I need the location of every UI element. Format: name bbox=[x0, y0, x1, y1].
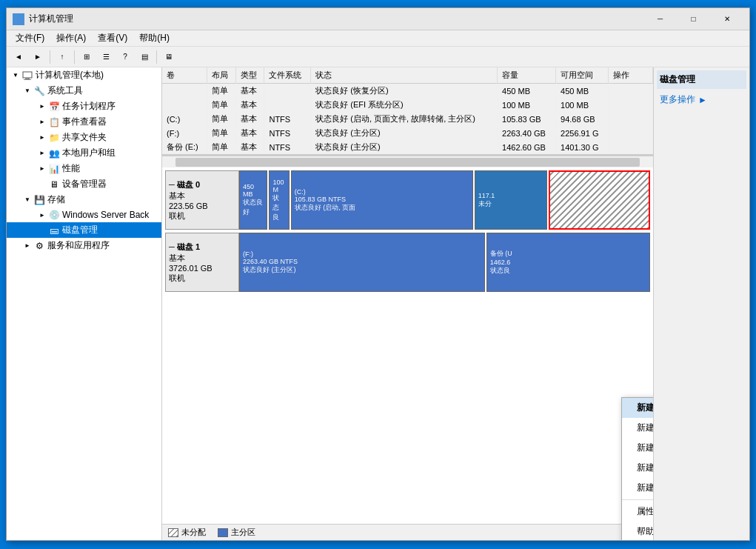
cell-fs: NTFS bbox=[264, 126, 311, 140]
sidebar-storage[interactable]: ▼ 💾 存储 bbox=[7, 192, 161, 207]
col-vol[interactable]: 卷 bbox=[162, 67, 207, 84]
ctx-new-simple[interactable]: 新建简单卷(I)... bbox=[622, 398, 653, 418]
sidebar-disk-label: 磁盘管理 bbox=[62, 224, 98, 236]
col-free[interactable]: 可用空间 bbox=[556, 67, 609, 84]
ctx-help[interactable]: 帮助(H) bbox=[622, 522, 653, 540]
disk1-part1[interactable]: (F:) 2263.40 GB NTFS 状态良好 (主分区) bbox=[239, 233, 485, 292]
disk0-part2[interactable]: 100 M 状态良 bbox=[269, 170, 289, 230]
cell-type: 基本 bbox=[235, 98, 264, 112]
legend-unalloc-box bbox=[168, 528, 178, 537]
col-layout[interactable]: 布局 bbox=[207, 67, 236, 84]
expander-sys: ▼ bbox=[21, 85, 33, 97]
disk0-status: 联机 bbox=[169, 210, 235, 222]
toolbar-help[interactable]: ? bbox=[116, 49, 134, 65]
event-icon: 📋 bbox=[48, 116, 60, 128]
ctx-properties[interactable]: 属性(P) bbox=[622, 502, 653, 522]
disk0-part5-unalloc[interactable] bbox=[549, 170, 650, 230]
menu-view[interactable]: 查看(V) bbox=[92, 30, 133, 46]
close-button[interactable]: ✕ bbox=[710, 8, 743, 30]
toolbar-properties[interactable]: ☰ bbox=[97, 49, 115, 65]
ctx-new-stripe[interactable]: 新建带区卷(T)... bbox=[622, 438, 653, 458]
sidebar-local-users[interactable]: ► 👥 本地用户和组 bbox=[7, 145, 161, 161]
toolbar-new-window[interactable]: 🖥 bbox=[160, 49, 178, 65]
disk-table: 卷 布局 类型 文件系统 状态 容量 可用空间 操作 简单 基本 状 bbox=[162, 67, 653, 156]
disk1-partitions: (F:) 2263.40 GB NTFS 状态良好 (主分区) 备份 (U 14… bbox=[239, 233, 650, 292]
ctx-new-raid5[interactable]: 新建 RAID-5 卷(W)... bbox=[622, 478, 653, 498]
sidebar-root[interactable]: ▼ 计算机管理(本地) bbox=[7, 67, 161, 83]
sidebar-shared-folder[interactable]: ► 📁 共享文件夹 bbox=[7, 130, 161, 145]
cell-type: 基本 bbox=[235, 84, 264, 99]
toolbar-export[interactable]: ▤ bbox=[136, 49, 153, 65]
ctx-new-mirror[interactable]: 新建镜像卷(R)... bbox=[622, 458, 653, 478]
sidebar-shared-label: 共享文件夹 bbox=[62, 131, 107, 144]
disk1-label: ─ 磁盘 1 基本 3726.01 GB 联机 bbox=[165, 233, 239, 292]
cell-vol: (C:) bbox=[162, 112, 207, 126]
cell-op bbox=[609, 112, 653, 126]
sidebar-device-mgr[interactable]: 🖥 设备管理器 bbox=[7, 176, 161, 192]
maximize-button[interactable]: □ bbox=[677, 8, 710, 30]
action-more[interactable]: 更多操作 ► bbox=[657, 92, 746, 107]
sidebar-disk-mgmt[interactable]: 🖴 磁盘管理 bbox=[7, 222, 161, 238]
disk0-part4[interactable]: 117.1 未分 bbox=[475, 170, 547, 230]
ctx-new-span[interactable]: 新建跨区卷(N)... bbox=[622, 418, 653, 438]
cell-layout: 简单 bbox=[207, 98, 236, 112]
toolbar-back[interactable]: ◄ bbox=[10, 49, 27, 65]
menu-help[interactable]: 帮助(H) bbox=[133, 30, 175, 46]
expander-disk bbox=[36, 224, 48, 236]
cell-type: 基本 bbox=[235, 112, 264, 126]
sidebar-task-sched[interactable]: ► 📅 任务计划程序 bbox=[7, 99, 161, 114]
expander-services: ► bbox=[21, 240, 33, 252]
table-hscroll[interactable] bbox=[162, 156, 653, 167]
col-cap[interactable]: 容量 bbox=[498, 67, 556, 84]
legend-main-label: 主分区 bbox=[231, 527, 255, 538]
hscroll-thumb[interactable] bbox=[175, 158, 640, 167]
cell-type: 基本 bbox=[235, 126, 264, 140]
col-fs[interactable]: 文件系统 bbox=[264, 67, 311, 84]
cell-status: 状态良好 (EFI 系统分区) bbox=[311, 98, 498, 112]
more-actions-label: 更多操作 bbox=[660, 93, 695, 106]
toolbar-show-hide[interactable]: ⊞ bbox=[78, 49, 96, 65]
toolbar-up[interactable]: ↑ bbox=[53, 49, 71, 65]
storage-icon: 💾 bbox=[33, 194, 45, 206]
table-row[interactable]: 简单 基本 状态良好 (EFI 系统分区) 100 MB 100 MB bbox=[162, 98, 653, 112]
menu-action[interactable]: 操作(A) bbox=[50, 30, 92, 46]
menu-file[interactable]: 文件(F) bbox=[10, 30, 50, 46]
svg-rect-3 bbox=[19, 20, 24, 24]
svg-rect-1 bbox=[19, 14, 24, 19]
app-icon bbox=[13, 13, 24, 25]
toolbar: ◄ ► ↑ ⊞ ☰ ? ▤ 🖥 bbox=[7, 47, 749, 67]
toolbar-forward[interactable]: ► bbox=[29, 49, 47, 65]
cell-status: 状态良好 (主分区) bbox=[311, 126, 498, 140]
col-status[interactable]: 状态 bbox=[311, 67, 498, 84]
toolbar-sep2 bbox=[74, 50, 75, 64]
action-title: 磁盘管理 bbox=[657, 70, 746, 89]
col-op: 操作 bbox=[609, 67, 653, 84]
disk0-part1[interactable]: 450 MB 状态良好 bbox=[239, 170, 267, 230]
table-row[interactable]: 备份 (E:) 简单 基本 NTFS 状态良好 (主分区) 1462.60 GB… bbox=[162, 140, 653, 154]
task-icon: 📅 bbox=[48, 101, 60, 113]
col-type[interactable]: 类型 bbox=[235, 67, 264, 84]
disk0-part3[interactable]: (C:) 105.83 GB NTFS 状态良好 (启动, 页面 bbox=[291, 170, 473, 230]
disk0-size: 223.56 GB bbox=[169, 202, 235, 210]
disk-visual: ─ 磁盘 0 基本 223.56 GB 联机 450 MB 状态良好 100 bbox=[162, 167, 653, 524]
minimize-button[interactable]: ─ bbox=[643, 8, 677, 30]
sidebar-win-backup[interactable]: ► 💿 Windows Server Back bbox=[7, 207, 161, 222]
perf-icon: 📊 bbox=[48, 163, 60, 175]
disk0-partitions: 450 MB 状态良好 100 M 状态良 (C:) 105.83 GB NTF… bbox=[239, 170, 650, 230]
svg-rect-0 bbox=[13, 14, 18, 19]
folder-icon: 📁 bbox=[48, 132, 60, 144]
sidebar-performance[interactable]: ► 📊 性能 bbox=[7, 161, 161, 176]
table-row[interactable]: (C:) 简单 基本 NTFS 状态良好 (启动, 页面文件, 故障转储, 主分… bbox=[162, 112, 653, 126]
sidebar-sys-tools[interactable]: ▼ 🔧 系统工具 bbox=[7, 83, 161, 99]
legend-bar: 未分配 主分区 bbox=[162, 524, 653, 540]
menu-bar: 文件(F) 操作(A) 查看(V) 帮助(H) bbox=[7, 30, 749, 47]
sidebar-event-viewer[interactable]: ► 📋 事件查看器 bbox=[7, 114, 161, 130]
table-row[interactable]: 简单 基本 状态良好 (恢复分区) 450 MB 450 MB bbox=[162, 84, 653, 99]
sidebar-users-label: 本地用户和组 bbox=[62, 147, 116, 159]
disk1-part2[interactable]: 备份 (U 1462.6 状态良 bbox=[486, 233, 650, 292]
cell-op bbox=[609, 84, 653, 99]
context-menu: 新建简单卷(I)... 新建跨区卷(N)... 新建带区卷(T)... 新建镜像… bbox=[621, 397, 653, 540]
table-row[interactable]: (F:) 简单 基本 NTFS 状态良好 (主分区) 2263.40 GB 22… bbox=[162, 126, 653, 140]
ctx-sep1 bbox=[622, 499, 653, 500]
sidebar-services[interactable]: ► ⚙ 服务和应用程序 bbox=[7, 238, 161, 253]
